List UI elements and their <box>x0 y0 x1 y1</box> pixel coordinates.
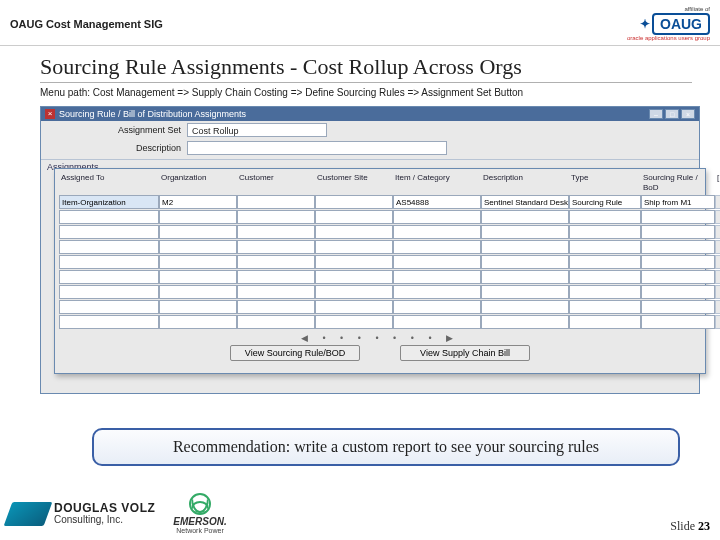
col-assigned-to: Assigned To <box>59 173 159 193</box>
col-item-category: Item / Category <box>393 173 481 193</box>
maximize-icon[interactable]: □ <box>665 109 679 119</box>
cell-type[interactable]: Sourcing Rule <box>569 195 641 209</box>
table-row[interactable] <box>59 210 701 224</box>
slide-title: Sourcing Rule Assignments - Cost Rollup … <box>40 54 692 83</box>
table-row[interactable] <box>59 255 701 269</box>
table-row[interactable] <box>59 270 701 284</box>
menu-path: Menu path: Cost Management => Supply Cha… <box>40 87 692 98</box>
assignment-set-row: Assignment Set Cost Rollup <box>41 121 699 139</box>
oaug-logo: affiliate of OAUG oracle applications us… <box>627 6 710 41</box>
table-row[interactable] <box>59 285 701 299</box>
slide-body: Sourcing Rule Assignments - Cost Rollup … <box>0 46 720 394</box>
oaug-badge: OAUG <box>652 13 710 35</box>
recommendation-callout: Recommendation: write a custom report to… <box>92 428 680 466</box>
description-label: Description <box>51 143 181 153</box>
emerson-logo: EMERSON. Network Power <box>173 493 226 534</box>
cell-assigned-to[interactable]: Item-Organization <box>59 195 159 209</box>
col-type: Type <box>569 173 641 193</box>
description-field[interactable] <box>187 141 447 155</box>
assignments-grid-window: Assigned To Organization Customer Custom… <box>54 168 706 374</box>
swoosh-icon <box>4 502 53 526</box>
table-row[interactable] <box>59 300 701 314</box>
helix-icon <box>189 493 211 515</box>
horizontal-scroll-indicator[interactable]: ◀ • • • • • • • ▶ <box>55 333 705 343</box>
col-description: Description <box>481 173 569 193</box>
window-controls: – □ × <box>649 109 695 119</box>
col-flex: [ ] <box>715 173 720 193</box>
close-window-icon[interactable]: × <box>681 109 695 119</box>
view-sourcing-button[interactable]: View Sourcing Rule/BOD <box>230 345 360 361</box>
window-titlebar: × Sourcing Rule / Bill of Distribution A… <box>41 107 699 121</box>
oaug-subtitle: oracle applications users group <box>627 35 710 41</box>
col-customer: Customer <box>237 173 315 193</box>
top-bar: OAUG Cost Management SIG affiliate of OA… <box>0 0 720 46</box>
scrollbar-cell[interactable] <box>715 195 720 209</box>
cell-customer-site[interactable] <box>315 195 393 209</box>
table-row[interactable] <box>59 315 701 329</box>
table-row[interactable] <box>59 225 701 239</box>
table-row[interactable]: Item-Organization M2 AS54888 Sentinel St… <box>59 195 701 209</box>
minimize-icon[interactable]: – <box>649 109 663 119</box>
footer: DOUGLAS VOLZ Consulting, Inc. EMERSON. N… <box>8 493 710 534</box>
footer-logos: DOUGLAS VOLZ Consulting, Inc. EMERSON. N… <box>8 493 227 534</box>
douglas-volz-logo: DOUGLAS VOLZ Consulting, Inc. <box>8 502 155 526</box>
dv-name: DOUGLAS VOLZ <box>54 503 155 514</box>
oracle-forms-screenshot: × Sourcing Rule / Bill of Distribution A… <box>40 106 700 394</box>
cell-sourcing[interactable]: Ship from M1 <box>641 195 715 209</box>
col-organization: Organization <box>159 173 237 193</box>
assignment-set-field[interactable]: Cost Rollup <box>187 123 327 137</box>
description-row: Description <box>41 139 699 157</box>
sig-label: OAUG Cost Management SIG <box>10 18 163 30</box>
grid-body: Item-Organization M2 AS54888 Sentinel St… <box>55 195 705 329</box>
cell-description[interactable]: Sentinel Standard Desktop <box>481 195 569 209</box>
button-row: View Sourcing Rule/BOD View Supply Chain… <box>55 345 705 361</box>
slide-no: 23 <box>698 519 710 533</box>
assignment-set-label: Assignment Set <box>51 125 181 135</box>
emerson-sub: Network Power <box>176 527 223 534</box>
col-customer-site: Customer Site <box>315 173 393 193</box>
dv-logo-text: DOUGLAS VOLZ Consulting, Inc. <box>54 503 155 525</box>
emerson-word: EMERSON. <box>173 516 226 527</box>
grid-header: Assigned To Organization Customer Custom… <box>55 169 705 195</box>
close-icon[interactable]: × <box>45 109 55 119</box>
view-supply-chain-button[interactable]: View Supply Chain Bill <box>400 345 530 361</box>
slide-number: Slide 23 <box>670 519 710 534</box>
table-row[interactable] <box>59 240 701 254</box>
affiliate-label: affiliate of <box>684 6 710 12</box>
col-sourcing: Sourcing Rule / BoD <box>641 173 715 193</box>
cell-customer[interactable] <box>237 195 315 209</box>
slide-label: Slide <box>670 519 698 533</box>
dv-sub: Consulting, Inc. <box>54 514 123 525</box>
cell-organization[interactable]: M2 <box>159 195 237 209</box>
cell-item-category[interactable]: AS54888 <box>393 195 481 209</box>
window-title-text: Sourcing Rule / Bill of Distribution Ass… <box>59 109 246 119</box>
